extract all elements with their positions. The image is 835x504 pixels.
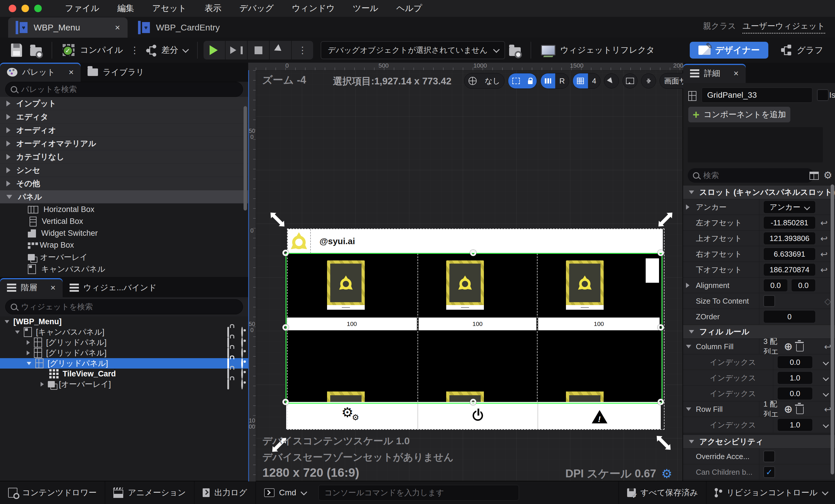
browse-asset-button[interactable]	[26, 44, 46, 56]
menu-asset[interactable]: アセット	[152, 3, 187, 14]
zorder-input[interactable]: 0	[763, 310, 816, 323]
compile-button[interactable]: ✓ コンパイル	[58, 43, 127, 57]
palette-category-audio[interactable]: オーディオ	[0, 123, 248, 137]
can-children-checkbox[interactable]: ✓	[763, 466, 775, 478]
details-scrollbar[interactable]	[831, 184, 834, 475]
console-command-input[interactable]: コンソールコマンドを入力します	[318, 485, 519, 501]
tab-widget-bind[interactable]: ウィジェ...バインド	[63, 278, 164, 297]
details-search-input[interactable]: 検索	[688, 168, 814, 183]
lock-icon[interactable]	[227, 380, 229, 389]
menu-file[interactable]: ファイル	[65, 3, 99, 14]
r-toggle-button[interactable]: R	[555, 73, 569, 88]
alignment-y-input[interactable]: 0.0	[791, 279, 816, 292]
tab-wbp-menu[interactable]: ♥ WBP_Menu ×	[8, 17, 127, 38]
palette-item-canvas-panel[interactable]: キャンバスパネル	[0, 263, 248, 275]
palette-category-editor[interactable]: エディタ	[0, 110, 248, 123]
menu-window[interactable]: ウィンドウ	[292, 3, 334, 14]
tab-wbp-cardentry[interactable]: ♥ WBP_CardEntry	[130, 17, 227, 38]
anchor-dropdown[interactable]: アンカー	[763, 201, 816, 214]
panels-toggle-button[interactable]	[541, 73, 555, 88]
menu-help[interactable]: ヘルプ	[396, 3, 422, 14]
hierarchy-search-input[interactable]: ウィジェットを検索	[5, 299, 243, 314]
tab-hierarchy[interactable]: 階層 ×	[0, 278, 63, 297]
menu-debug[interactable]: デバッグ	[239, 3, 274, 14]
play-button[interactable]	[204, 41, 226, 59]
palette-category-input[interactable]: インプット	[0, 97, 248, 110]
palette-category-audio-material[interactable]: オーディオマテリアル	[0, 137, 248, 150]
close-panel-icon[interactable]: ×	[60, 67, 74, 77]
resize-handle[interactable]	[282, 324, 289, 330]
is-variable-checkbox[interactable]	[817, 89, 829, 101]
fill-value-input[interactable]: 0.0	[777, 356, 813, 368]
palette-category-synth[interactable]: シンセ	[0, 164, 248, 177]
minimize-window-button[interactable]	[21, 5, 29, 12]
corner-resize-arrow[interactable]	[657, 436, 671, 450]
undo-icon[interactable]: ↩	[816, 234, 832, 244]
accessibility-section-header[interactable]: アクセシビリティ	[683, 435, 835, 448]
designer-mode-button[interactable]: ✎ デザイナー	[690, 42, 768, 59]
chevron-down-icon[interactable]	[823, 359, 829, 365]
cursor-tool-button[interactable]	[604, 73, 619, 88]
hierarchy-row-tileview-card[interactable]: TileView_Card	[0, 368, 248, 379]
alignment-x-input[interactable]: 0.0	[763, 279, 788, 292]
slot-section-header[interactable]: スロット (キャンバスパネルスロット)	[683, 186, 835, 199]
palette-item-horizontal-box[interactable]: Horizontal Box	[0, 204, 248, 216]
close-panel-icon[interactable]: ×	[725, 68, 739, 78]
animation-button[interactable]: アニメーション	[105, 481, 195, 504]
debug-browse-button[interactable]	[505, 44, 525, 56]
graph-mode-button[interactable]: グラフ	[781, 44, 823, 56]
chevron-down-icon[interactable]	[823, 422, 829, 428]
palette-item-clipped[interactable]	[0, 275, 248, 277]
offset-right-input[interactable]: 6.633691	[763, 248, 816, 260]
hierarchy-row-overlay[interactable]: [オーバーレイ]	[0, 379, 248, 389]
hierarchy-row-grid-panel-1[interactable]: [グリッドパネル]	[0, 337, 248, 348]
hierarchy-row-grid-panel-2[interactable]: [グリッドパネル]	[0, 348, 248, 358]
lock-icon[interactable]	[227, 348, 229, 358]
visibility-icon[interactable]	[241, 348, 243, 358]
debug-object-dropdown[interactable]: デバッグオブジェクトが選択されていません	[321, 41, 505, 59]
tab-palette[interactable]: パレット ×	[0, 63, 81, 82]
visibility-icon[interactable]	[241, 369, 243, 379]
resize-handle[interactable]	[282, 250, 289, 256]
output-log-button[interactable]: 出力ログ	[195, 481, 256, 504]
palette-category-uncategorized[interactable]: カテゴリなし	[0, 150, 248, 164]
chevron-down-icon[interactable]	[823, 375, 829, 381]
content-drawer-button[interactable]: コンテンツドロワー	[0, 481, 105, 504]
mirror-button[interactable]	[641, 73, 656, 88]
revision-control-button[interactable]: リビジョンコントロール	[707, 481, 835, 504]
screen-size-dropdown[interactable]: 画面サイズ	[659, 73, 683, 89]
fill-value-input[interactable]: 1.0	[777, 419, 813, 431]
lock-icon[interactable]	[227, 369, 229, 379]
hierarchy-row-canvas-panel[interactable]: [キャンバスパネル]	[0, 327, 248, 337]
chevron-down-icon[interactable]	[823, 390, 829, 397]
visibility-icon[interactable]	[241, 338, 243, 347]
trash-icon[interactable]	[796, 344, 804, 351]
resize-handle[interactable]	[657, 250, 664, 256]
visibility-icon[interactable]	[241, 359, 243, 368]
fill-rules-section-header[interactable]: フィル ルール	[683, 325, 835, 338]
visibility-icon[interactable]	[241, 328, 243, 337]
undo-icon[interactable]: ↩	[816, 249, 832, 259]
outline-toggle-button[interactable]	[508, 73, 524, 88]
palette-item-widget-switcher[interactable]: Widget Switcher	[0, 227, 248, 239]
diff-button[interactable]: 差分	[142, 44, 191, 56]
save-button[interactable]	[7, 43, 26, 57]
close-panel-icon[interactable]: ×	[42, 283, 56, 293]
palette-item-overlay[interactable]: オーバーレイ	[0, 251, 248, 263]
undo-icon[interactable]: ↩	[816, 218, 832, 228]
palette-category-other[interactable]: その他	[0, 177, 248, 190]
palette-item-vertical-box[interactable]: Vertical Box	[0, 216, 248, 227]
close-window-button[interactable]	[9, 5, 16, 12]
close-tab-icon[interactable]: ×	[106, 23, 120, 33]
grid-snap-toggle-button[interactable]	[573, 73, 588, 88]
parent-class-link[interactable]: ユーザーウィジェット	[742, 21, 825, 34]
undo-icon[interactable]: ↩	[816, 265, 832, 275]
designer-viewport[interactable]: 0 500 1000 1500 200 500 0 500 1000 ズーム -…	[248, 63, 683, 481]
palette-scrollbar[interactable]	[244, 106, 247, 210]
offset-top-input[interactable]: 121.393806	[763, 232, 816, 245]
menu-edit[interactable]: 編集	[117, 3, 134, 14]
cmd-dropdown[interactable]: Cmd	[256, 481, 314, 504]
lock-icon[interactable]	[227, 359, 229, 368]
corner-resize-arrow[interactable]	[659, 213, 672, 226]
trash-icon[interactable]	[796, 407, 804, 414]
